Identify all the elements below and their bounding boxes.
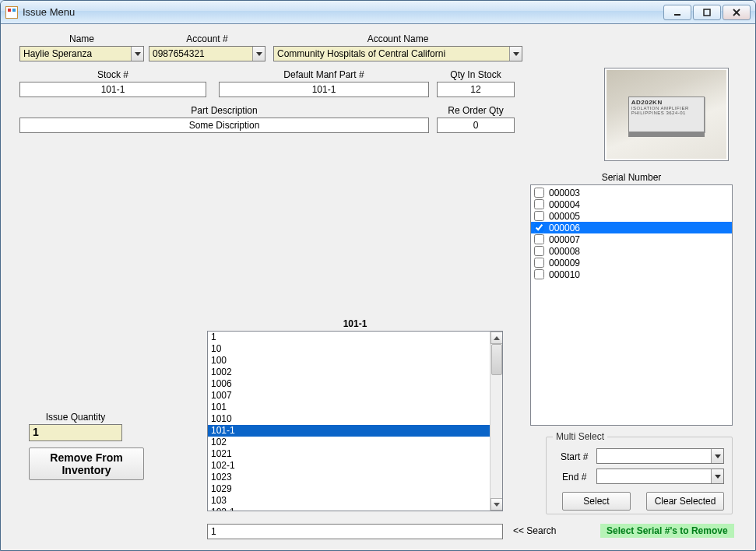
close-button[interactable] [723, 5, 751, 20]
field-stock-num[interactable]: 101-1 [19, 82, 206, 97]
serial-checkbox[interactable] [534, 211, 544, 221]
serial-row[interactable]: 000010 [531, 268, 732, 280]
label-start-num: Start # [561, 451, 588, 462]
stock-item[interactable]: 1010 [208, 413, 490, 425]
serial-value: 000003 [549, 188, 580, 198]
label-serial-num: Serial Number [530, 172, 733, 183]
stock-item[interactable]: 103 [208, 495, 490, 507]
serial-row[interactable]: 000003 [531, 187, 732, 198]
serial-checkbox[interactable] [534, 234, 544, 244]
serial-checkbox[interactable] [534, 188, 544, 198]
combo-end-num[interactable] [596, 469, 724, 484]
stock-item[interactable]: 103-1 [208, 507, 490, 511]
svg-rect-1 [704, 9, 710, 16]
scrollbar[interactable] [490, 332, 502, 511]
part-image: AD202KN ISOLATION AMPLIFIER PHILIPPINES … [604, 68, 729, 161]
chevron-down-icon[interactable] [252, 47, 265, 61]
window: Issue Menu Name Account # Account Name H… [0, 0, 756, 551]
label-part-desc: Part Description [19, 105, 429, 116]
combo-account-num-value: 0987654321 [153, 48, 205, 59]
serial-checkbox[interactable] [534, 258, 544, 268]
search-input[interactable]: 1 [207, 524, 503, 539]
search-link[interactable]: << Search [513, 525, 556, 536]
scroll-up-icon[interactable] [491, 332, 503, 344]
serial-row[interactable]: 000007 [531, 233, 732, 245]
stock-item[interactable]: 100 [208, 355, 490, 367]
app-icon [5, 6, 18, 19]
stock-item[interactable]: 1 [208, 332, 490, 343]
label-default-manf: Default Manf Part # [219, 69, 429, 80]
minimize-button[interactable] [663, 5, 691, 20]
serial-value: 000010 [549, 269, 580, 280]
client-area: Name Account # Account Name Haylie Spera… [1, 24, 755, 550]
stock-item[interactable]: 1006 [208, 378, 490, 390]
serial-row[interactable]: 000008 [531, 245, 732, 257]
stock-listbox[interactable]: 1101001002100610071011010101-11021021102… [207, 331, 503, 511]
chevron-down-icon[interactable] [509, 47, 522, 61]
label-account-name: Account Name [273, 33, 522, 44]
stock-item[interactable]: 1029 [208, 483, 490, 495]
field-qty-stock[interactable]: 12 [437, 82, 515, 97]
combo-start-num[interactable] [596, 448, 724, 464]
chevron-down-icon[interactable] [131, 47, 143, 61]
maximize-button[interactable] [693, 5, 721, 20]
label-end-num: End # [562, 472, 586, 483]
serial-row[interactable]: 000005 [531, 210, 732, 222]
hint-select-serials: Select Serial #'s to Remove [600, 524, 734, 538]
combo-name[interactable]: Haylie Speranza [19, 46, 144, 61]
stock-item[interactable]: 102 [208, 437, 490, 448]
serial-value: 000009 [549, 258, 580, 268]
serial-number-list[interactable]: 0000030000040000050000060000070000080000… [530, 184, 733, 426]
selected-stock-title: 101-1 [207, 318, 503, 329]
serial-row[interactable]: 000006 [531, 222, 732, 233]
serial-checkbox[interactable] [534, 199, 544, 209]
label-stock-num: Stock # [19, 69, 206, 80]
label-issue-qty: Issue Quantity [29, 412, 122, 423]
titlebar[interactable]: Issue Menu [1, 1, 755, 24]
serial-row[interactable]: 000009 [531, 257, 732, 268]
label-account-num: Account # [149, 33, 265, 44]
combo-account-name-value: Community Hospitals of Central Californi [277, 48, 445, 59]
label-reorder: Re Order Qty [437, 105, 515, 116]
field-default-manf[interactable]: 101-1 [219, 82, 429, 97]
window-title: Issue Menu [23, 6, 663, 18]
scroll-down-icon[interactable] [491, 498, 503, 511]
field-reorder[interactable]: 0 [437, 118, 515, 133]
stock-item[interactable]: 101-1 [208, 425, 490, 437]
stock-item[interactable]: 101 [208, 402, 490, 413]
stock-item[interactable]: 102-1 [208, 460, 490, 472]
serial-value: 000008 [549, 246, 580, 257]
remove-button[interactable]: Remove From Inventory [29, 447, 144, 480]
combo-account-name[interactable]: Community Hospitals of Central Californi [273, 46, 522, 61]
stock-item[interactable]: 10 [208, 343, 490, 355]
serial-checkbox[interactable] [534, 246, 544, 256]
combo-account-num[interactable]: 0987654321 [149, 46, 265, 61]
serial-value: 000007 [549, 234, 580, 245]
multiselect-group: Multi Select Start # End # Select Clear … [546, 437, 733, 514]
scroll-thumb[interactable] [491, 344, 502, 375]
serial-checkbox[interactable] [534, 223, 544, 233]
serial-value: 000006 [549, 223, 580, 233]
label-qty-stock: Qty In Stock [437, 69, 515, 80]
field-issue-qty[interactable]: 1 [29, 424, 122, 441]
stock-item[interactable]: 1021 [208, 448, 490, 460]
serial-value: 000005 [549, 211, 580, 222]
serial-checkbox[interactable] [534, 269, 544, 279]
multiselect-legend: Multi Select [553, 431, 607, 442]
chip-graphic: AD202KN ISOLATION AMPLIFIER PHILIPPINES … [628, 97, 705, 132]
field-part-desc[interactable]: Some Discription [19, 118, 429, 133]
label-name: Name [19, 33, 144, 44]
stock-item[interactable]: 1023 [208, 472, 490, 483]
chevron-down-icon[interactable] [711, 449, 723, 463]
stock-item[interactable]: 1002 [208, 367, 490, 378]
serial-row[interactable]: 000004 [531, 198, 732, 210]
select-button[interactable]: Select [562, 492, 631, 511]
stock-item[interactable]: 1007 [208, 390, 490, 402]
serial-value: 000004 [549, 199, 580, 210]
clear-selected-button[interactable]: Clear Selected [646, 492, 724, 511]
chevron-down-icon[interactable] [711, 469, 723, 483]
combo-name-value: Haylie Speranza [23, 48, 92, 59]
